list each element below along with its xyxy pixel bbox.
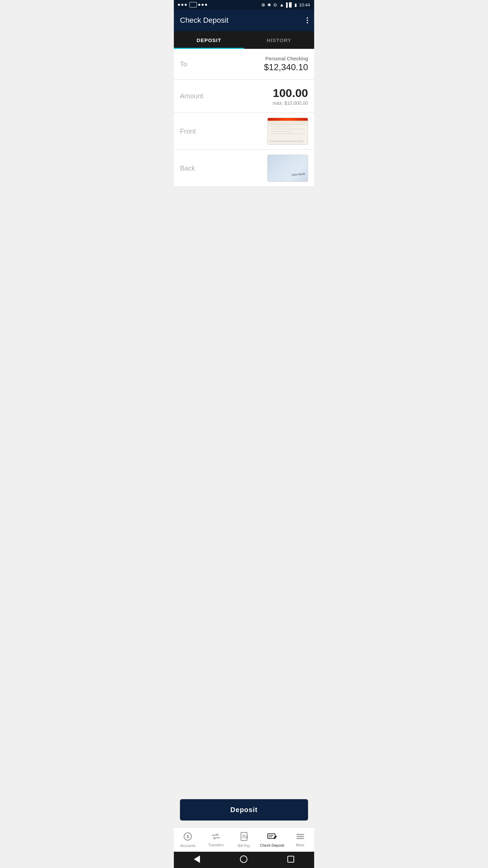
status-right: ⊕ ✱ ⊖ ▲ ▌▊ ▮ 10:44	[261, 2, 310, 7]
tab-bar: DEPOSIT HISTORY	[174, 31, 314, 49]
check-back-image: John Smith	[268, 155, 308, 181]
billpay-icon	[240, 832, 248, 842]
back-row[interactable]: Back John Smith	[174, 150, 314, 187]
check-line-5	[270, 134, 305, 134]
to-label: To	[180, 60, 187, 68]
checkdeposit-label: Check Deposit	[260, 843, 284, 847]
transfers-icon	[211, 833, 220, 842]
recents-button[interactable]	[285, 853, 297, 867]
front-check-thumbnail: ⠿⠿⠿⠿⠿⠿⠿⠿⠿⠿⠿⠿⠿⠿⠿⠿⠿⠿⠿⠿	[267, 118, 308, 145]
home-button[interactable]	[237, 853, 250, 867]
back-check-thumbnail: John Smith	[267, 155, 308, 182]
dot-2	[307, 20, 308, 21]
more-label: More	[296, 843, 304, 847]
bottom-nav: $ Accounts Transfers	[174, 827, 314, 852]
clock: 10:44	[299, 2, 310, 7]
nav-item-more[interactable]: More	[286, 828, 314, 852]
content-area: To Personal Checking $12,340.10 Amount 1…	[174, 49, 314, 827]
back-label: Back	[180, 164, 195, 172]
recents-icon	[287, 856, 294, 863]
account-name: Personal Checking	[264, 56, 308, 61]
tab-deposit[interactable]: DEPOSIT	[174, 31, 244, 49]
home-icon	[240, 855, 247, 863]
amount-value: 100.00	[273, 86, 308, 100]
check-front-image: ⠿⠿⠿⠿⠿⠿⠿⠿⠿⠿⠿⠿⠿⠿⠿⠿⠿⠿⠿⠿	[268, 118, 308, 144]
battery-icon: ▮	[294, 2, 297, 7]
svg-text:$: $	[187, 834, 189, 839]
app-header: Check Deposit	[174, 9, 314, 31]
signal-dot-4	[198, 4, 200, 6]
deposit-button[interactable]: Deposit	[180, 799, 308, 821]
nav-item-checkdeposit[interactable]: Check Deposit	[258, 828, 286, 852]
transfers-label: Transfers	[208, 843, 224, 847]
nav-item-billpay[interactable]: Bill Pay	[230, 828, 258, 852]
system-nav	[174, 852, 314, 868]
amount-value-container: 100.00 max: $10,000.00	[273, 86, 308, 106]
check-signature: John Smith	[291, 172, 305, 176]
tab-history[interactable]: HISTORY	[244, 31, 314, 49]
signal-dot-2	[181, 4, 183, 6]
check-front-micr: ⠿⠿⠿⠿⠿⠿⠿⠿⠿⠿⠿⠿⠿⠿⠿⠿⠿⠿⠿⠿	[270, 140, 306, 142]
status-bar: ⊕ ✱ ⊖ ▲ ▌▊ ▮ 10:44	[174, 0, 314, 9]
checkdeposit-icon	[267, 832, 277, 842]
more-icon	[296, 833, 305, 842]
check-line-3	[270, 129, 305, 129]
page-title: Check Deposit	[180, 16, 228, 25]
signal-dot-1	[178, 4, 180, 6]
signal-dot-5	[202, 4, 204, 6]
amount-max: max: $10,000.00	[273, 100, 308, 106]
front-label: Front	[180, 127, 196, 135]
signal-icon: ▌▊	[286, 2, 292, 7]
dot-3	[307, 22, 308, 23]
image-icon	[189, 2, 197, 7]
check-line-1	[270, 124, 305, 124]
to-row[interactable]: To Personal Checking $12,340.10	[174, 49, 314, 80]
signal-dot-3	[185, 4, 187, 6]
account-balance: $12,340.10	[264, 62, 308, 73]
amount-label: Amount	[180, 92, 203, 100]
accounts-label: Accounts	[180, 844, 196, 848]
amount-row[interactable]: Amount 100.00 max: $10,000.00	[174, 80, 314, 113]
overflow-menu-button[interactable]	[307, 17, 308, 23]
bluetooth-icon: ✱	[267, 2, 271, 7]
check-line-4	[270, 131, 291, 132]
front-row[interactable]: Front ⠿⠿⠿⠿⠿⠿⠿⠿⠿⠿⠿⠿⠿⠿⠿⠿⠿⠿⠿⠿	[174, 113, 314, 150]
signal-dot-6	[205, 4, 207, 6]
nav-item-accounts[interactable]: $ Accounts	[174, 828, 202, 852]
accounts-icon: $	[183, 832, 192, 842]
to-value: Personal Checking $12,340.10	[264, 56, 308, 73]
dot-1	[307, 17, 308, 19]
wifi-icon: ▲	[279, 2, 284, 7]
minus-icon: ⊖	[273, 2, 277, 7]
back-button[interactable]	[191, 853, 203, 867]
deposit-button-container: Deposit	[174, 792, 314, 827]
billpay-label: Bill Pay	[238, 844, 250, 848]
status-left	[178, 2, 207, 7]
nav-item-transfers[interactable]: Transfers	[202, 828, 230, 852]
check-line-2	[270, 126, 291, 127]
content-spacer	[174, 187, 314, 792]
check-front-lines	[270, 124, 305, 138]
back-icon	[194, 855, 200, 863]
status-icon-plus: ⊕	[261, 2, 265, 7]
